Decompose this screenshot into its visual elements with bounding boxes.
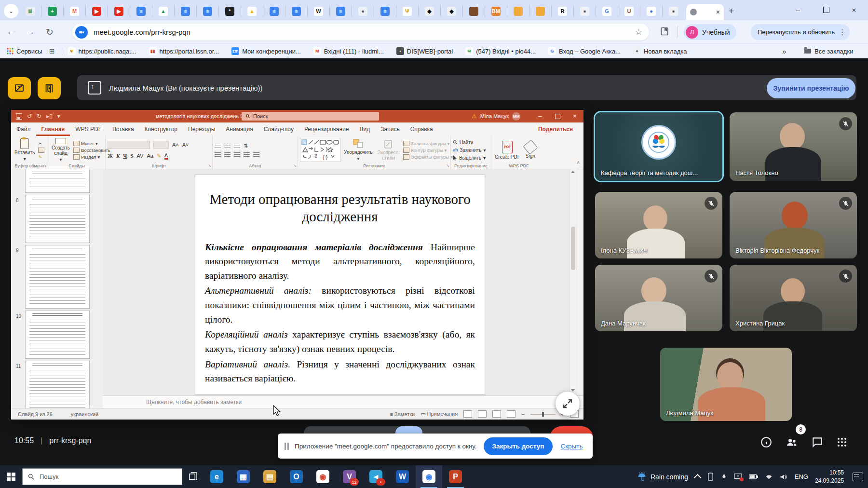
apps-grid-icon[interactable]: ⊞ xyxy=(49,47,55,55)
pinned-tab[interactable]: ≡ xyxy=(330,5,352,17)
taskbar-search-input[interactable]: Пошук xyxy=(22,468,182,485)
slide-title-textbox[interactable]: Методи опрацювання результатів наукового… xyxy=(209,190,471,226)
action-center-icon[interactable] xyxy=(853,473,863,481)
bookmark-item[interactable]: Ψ https://public.naqa.... xyxy=(68,47,136,55)
bookmark-item[interactable]: zm Мои конференции... xyxy=(231,47,301,55)
slideshow-view-button[interactable] xyxy=(507,410,515,418)
slideshow-icon[interactable]: ▸▯ xyxy=(46,113,53,120)
taskbar-app-icon[interactable]: O xyxy=(283,465,310,488)
notes-toggle[interactable]: ≡ Заметки xyxy=(390,411,415,417)
italic-button[interactable]: К xyxy=(116,153,120,159)
ribbon-tab[interactable]: Вид xyxy=(354,122,376,136)
relaunch-update-button[interactable]: Перезапустить и обновить ⋮ xyxy=(751,24,850,40)
participant-tile[interactable]: Настя Толокно xyxy=(730,112,857,181)
back-icon[interactable]: ← xyxy=(3,24,19,40)
shape-fill-button[interactable]: Заливка фигуры▾ xyxy=(403,141,453,146)
strikethrough-button[interactable]: S xyxy=(130,153,133,159)
paste-button[interactable]: Вставить▾ xyxy=(13,138,36,162)
close-button[interactable]: × xyxy=(840,0,868,19)
create-pdf-button[interactable]: PDF Create PDF xyxy=(493,138,522,162)
dialog-launcher-icon[interactable]: ↘ xyxy=(208,163,211,168)
weather-widget[interactable]: Rain coming xyxy=(637,472,688,482)
chat-icon[interactable] xyxy=(811,436,824,448)
taskbar-app-icon[interactable]: P xyxy=(442,465,469,488)
ribbon-tab[interactable]: Рецензирование xyxy=(299,122,354,136)
find-button[interactable]: Найти xyxy=(453,140,486,145)
pinned-tab[interactable]: ● xyxy=(352,5,374,17)
comments-toggle[interactable]: ▭ Примечания xyxy=(420,411,458,417)
clock[interactable]: 10:55 24.09.2025 xyxy=(815,469,844,484)
sign-button[interactable]: Sign xyxy=(524,138,537,162)
pinned-tab[interactable]: * xyxy=(219,5,241,17)
undo-icon[interactable]: ↺ xyxy=(27,113,32,120)
cut-icon[interactable]: ✂ xyxy=(38,141,44,146)
taskbar-app-icon[interactable]: ▤ xyxy=(257,465,283,488)
char-spacing-button[interactable]: AV xyxy=(137,153,144,159)
grow-font-icon[interactable]: A˄ xyxy=(172,142,179,148)
wifi-icon[interactable] xyxy=(765,474,773,480)
pinned-tab[interactable] xyxy=(463,5,485,17)
pinned-tab[interactable]: ● xyxy=(663,5,684,17)
copy-icon[interactable] xyxy=(38,148,44,153)
pinned-tab[interactable]: ≡ xyxy=(285,5,308,17)
pinned-tab[interactable]: ▲ xyxy=(152,5,175,17)
task-view-button[interactable] xyxy=(182,472,203,481)
restore-button[interactable] xyxy=(812,0,840,19)
ribbon-tab[interactable]: Запись xyxy=(375,122,405,136)
current-slide[interactable]: Методи опрацювання результатів наукового… xyxy=(195,175,485,394)
pinned-tab[interactable]: ▶ xyxy=(108,5,130,17)
highlight-color-icon[interactable]: ✎ xyxy=(157,153,161,159)
taskbar-app-icon[interactable]: ◄ • xyxy=(363,465,389,488)
close-access-button[interactable]: Закрыть доступ xyxy=(484,437,553,455)
expand-presentation-button[interactable] xyxy=(556,392,580,416)
ribbon-tab[interactable]: WPS PDF xyxy=(70,122,107,136)
pinned-tab[interactable]: ▶ xyxy=(86,5,108,17)
ppt-account[interactable]: ⚠ Міла Мацук ММ xyxy=(472,110,520,122)
ribbon-tab[interactable]: Файл xyxy=(11,122,36,136)
dialog-launcher-icon[interactable]: ↘ xyxy=(293,163,297,168)
align-left-icon[interactable] xyxy=(215,152,221,157)
forward-icon[interactable]: → xyxy=(22,24,39,40)
shape-effects-button[interactable]: Эффекты фигуры▾ xyxy=(403,154,453,160)
pinned-tab[interactable]: G xyxy=(596,5,618,17)
taskbar-app-icon[interactable]: W xyxy=(389,465,416,488)
justify-icon[interactable] xyxy=(244,152,250,157)
shrink-font-icon[interactable]: A˅ xyxy=(182,142,189,148)
people-icon[interactable] xyxy=(785,436,799,448)
screen-share-indicator-icon[interactable] xyxy=(734,473,742,480)
align-right-icon[interactable] xyxy=(234,152,240,157)
bookmark-item[interactable]: ▪ DIS[WEB]-portal xyxy=(396,47,453,55)
layout-button[interactable]: Макет▾ xyxy=(73,141,110,146)
underline-button[interactable]: Ч xyxy=(123,153,127,159)
ribbon-tab[interactable]: Слайд-шоу xyxy=(258,122,299,136)
slide-thumbnail-panel[interactable]: 8 9 10 11 xyxy=(11,169,103,408)
slide-body-textbox[interactable]: Кількісне опрацювання матеріалів дослідж… xyxy=(205,240,475,386)
participant-tile-kafedra[interactable]: Кафедра теорії та методик дош... xyxy=(595,112,722,181)
start-button[interactable] xyxy=(0,473,22,481)
pinned-tab[interactable]: ≡ xyxy=(175,5,197,17)
taskbar-app-icon[interactable]: ◉ xyxy=(416,465,442,488)
bullets-icon[interactable] xyxy=(215,144,221,149)
reading-view-button[interactable] xyxy=(492,410,501,418)
replace-button[interactable]: ab Заменить▾ xyxy=(453,148,486,153)
redo-icon[interactable]: ↻ xyxy=(37,113,41,120)
battery-icon[interactable] xyxy=(749,474,758,479)
previous-slide-icon[interactable] xyxy=(571,389,575,392)
meet-whiteboard-button[interactable] xyxy=(8,77,31,99)
profile-chip[interactable]: Л Учебный xyxy=(684,24,736,40)
tab-search-chevron-icon[interactable]: ⌄ xyxy=(4,4,18,18)
stop-presenting-button[interactable]: Зупинити презентацію xyxy=(767,78,855,98)
scroll-up-icon[interactable] xyxy=(571,171,575,173)
ppt-share-button[interactable]: Поделиться xyxy=(538,122,573,136)
ribbon-tab[interactable]: Переходы xyxy=(183,122,220,136)
pinned-tab[interactable]: BM xyxy=(485,5,507,17)
pinned-tab[interactable]: R xyxy=(552,5,574,17)
select-button[interactable]: Выделить▾ xyxy=(453,155,486,161)
hide-link[interactable]: Скрыть xyxy=(560,443,583,450)
slide-sorter-button[interactable] xyxy=(478,410,487,418)
taskbar-app-icon[interactable]: ◉ xyxy=(310,465,336,488)
taskbar-app-icon[interactable]: e xyxy=(203,465,230,488)
format-painter-icon[interactable]: ✎ xyxy=(38,154,44,160)
reset-button[interactable]: Восстановить xyxy=(73,148,110,153)
ppt-restore-button[interactable] xyxy=(549,110,566,122)
